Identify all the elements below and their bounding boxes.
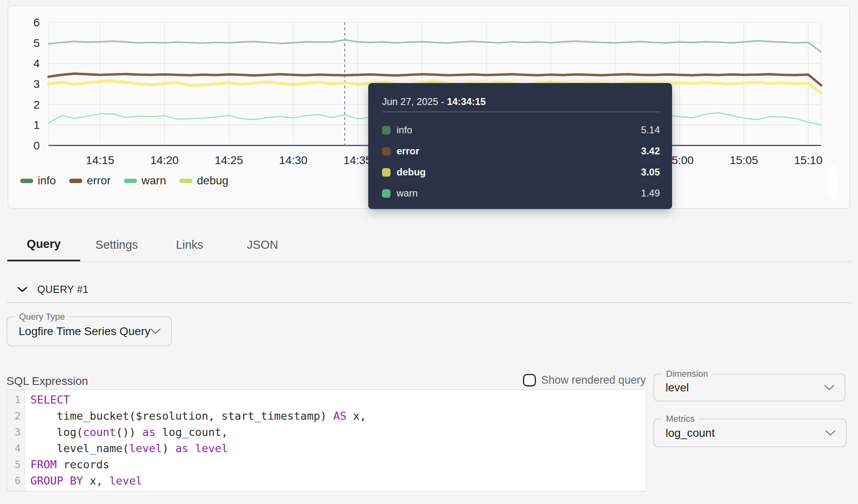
query-section-title: QUERY #1	[37, 284, 89, 295]
line-number: 5	[7, 457, 25, 473]
tooltip-swatch-debug	[382, 168, 391, 177]
sql-editor[interactable]: 1SELECT2 time_bucket($resolution, start_…	[6, 389, 647, 491]
tooltip-divider	[382, 111, 660, 112]
code-line: 2 time_bucket($resolution, start_timesta…	[7, 408, 646, 424]
tooltip-label-info: info	[397, 124, 412, 136]
tooltip-row-info: info5.14	[382, 120, 660, 141]
chevron-down-icon	[825, 429, 836, 436]
show-rendered-label: Show rendered query	[541, 374, 646, 387]
tooltip-value-error: 3.42	[641, 145, 660, 157]
scrollbar-thumb[interactable]	[828, 166, 837, 199]
tooltip-row-warn: warn1.49	[382, 183, 660, 204]
legend-label-error: error	[87, 174, 111, 187]
chevron-down-icon	[17, 286, 28, 293]
tooltip-date: Jun 27, 2025 -	[382, 96, 444, 107]
tabs-divider	[7, 261, 851, 262]
line-number: 1	[7, 392, 25, 408]
legend-label-debug: debug	[197, 174, 228, 187]
show-rendered-query-toggle[interactable]: Show rendered query	[523, 373, 646, 387]
line-number: 4	[7, 440, 25, 457]
tab-query[interactable]: Query	[7, 229, 80, 261]
x-axis-tick-label: 14:25	[215, 154, 243, 167]
tooltip-value-warn: 1.49	[641, 188, 660, 199]
tooltip-row-debug: debug3.05	[382, 162, 660, 183]
y-axis-tick-label: 6	[33, 16, 40, 29]
sql-code: 1SELECT2 time_bucket($resolution, start_…	[7, 392, 646, 489]
code-line: 5FROM records	[7, 457, 646, 473]
tooltip-row-error: error3.42	[382, 141, 660, 162]
code-line: 1SELECT	[7, 392, 646, 408]
legend-swatch-warn	[124, 179, 137, 183]
code-line: 6GROUP BY x, level	[7, 473, 646, 489]
tooltip-time: 14:34:15	[447, 96, 486, 107]
x-axis-tick-label: 14:35	[344, 154, 372, 167]
code-line: 4 level_name(level) as level	[7, 440, 646, 457]
query-type-select[interactable]: Query Type Logfire Time Series Query	[6, 316, 172, 346]
metrics-value: log_count	[666, 419, 715, 446]
x-axis-tick-label: 14:20	[150, 154, 179, 167]
code-line: 3 log(count()) as log_count,	[7, 424, 646, 440]
tab-bar: QuerySettingsLinksJSON	[7, 229, 299, 261]
tooltip-value-debug: 3.05	[641, 167, 660, 178]
legend-item-info[interactable]: info	[20, 174, 56, 187]
sql-expression-label: SQL Expression	[6, 375, 88, 388]
show-rendered-checkbox[interactable]	[523, 374, 536, 387]
tooltip-title: Jun 27, 2025 - 14:34:15	[382, 96, 486, 107]
tooltip-swatch-info	[382, 126, 391, 135]
x-axis-tick-label: 15:05	[730, 154, 758, 167]
legend-item-debug[interactable]: debug	[179, 174, 228, 187]
dimension-select[interactable]: Dimension level	[653, 374, 845, 401]
container-border-stub	[8, 0, 8, 6]
x-axis-tick-label: 14:15	[86, 154, 114, 167]
legend-swatch-error	[69, 179, 82, 183]
legend-item-warn[interactable]: warn	[124, 174, 166, 187]
y-axis-tick-label: 3	[33, 78, 40, 90]
line-number: 6	[7, 473, 25, 489]
tooltip-label-error: error	[397, 145, 419, 157]
y-axis-tick-label: 5	[33, 37, 40, 49]
tooltip-rows: info5.14error3.42debug3.05warn1.49	[382, 120, 660, 204]
y-axis-tick-label: 0	[33, 139, 40, 152]
x-axis-tick-label: 14:30	[279, 154, 307, 167]
legend-label-warn: warn	[141, 174, 166, 187]
section-divider	[6, 302, 852, 303]
query-type-value: Logfire Time Series Query	[19, 317, 150, 346]
dimension-value: level	[666, 374, 689, 401]
x-axis-tick-label: 15:10	[794, 154, 822, 167]
tooltip-label-warn: warn	[397, 188, 418, 199]
legend-item-error[interactable]: error	[69, 174, 111, 187]
chart-legend: infoerrorwarndebug	[20, 174, 228, 187]
legend-swatch-debug	[179, 179, 192, 183]
legend-label-info: info	[38, 174, 56, 187]
tooltip-value-info: 5.14	[641, 124, 660, 136]
tooltip-swatch-warn	[382, 189, 391, 198]
tooltip-label-debug: debug	[397, 167, 426, 178]
line-number: 2	[7, 408, 25, 424]
tab-json[interactable]: JSON	[226, 229, 299, 261]
line-number: 3	[7, 424, 25, 440]
tooltip-swatch-error	[382, 147, 391, 156]
y-axis-tick-label: 1	[33, 119, 40, 131]
tab-settings[interactable]: Settings	[80, 229, 153, 261]
chevron-down-icon	[824, 384, 835, 391]
tab-links[interactable]: Links	[153, 229, 226, 261]
y-axis-tick-label: 2	[33, 98, 40, 111]
query-section-header[interactable]: QUERY #1	[17, 283, 89, 296]
chevron-down-icon	[150, 328, 161, 335]
chart-tooltip: Jun 27, 2025 - 14:34:15 info5.14error3.4…	[368, 83, 672, 209]
legend-swatch-info	[20, 179, 33, 183]
metrics-select[interactable]: Metrics log_count	[653, 419, 847, 447]
y-axis-tick-label: 4	[33, 57, 40, 70]
